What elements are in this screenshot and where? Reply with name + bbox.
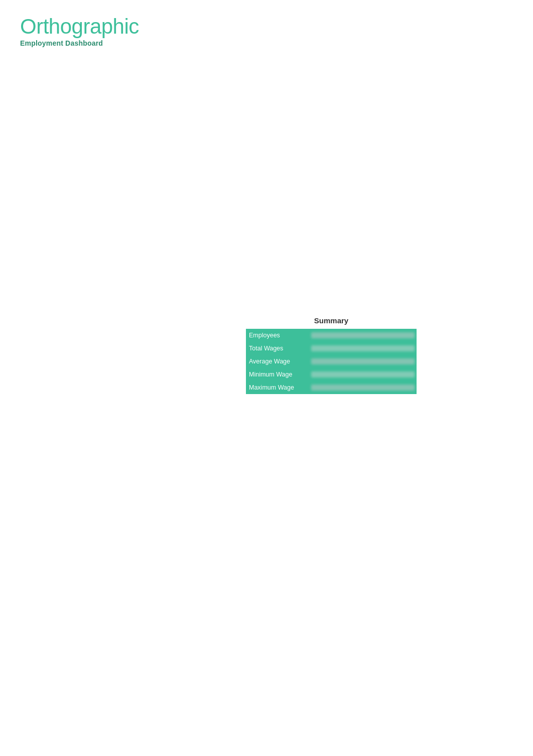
header: Orthographic Employment Dashboard: [20, 15, 139, 47]
summary-label-maximum-wage: Maximum Wage: [246, 384, 311, 391]
app-subtitle: Employment Dashboard: [20, 39, 139, 47]
summary-row-minimum-wage: Minimum Wage: [246, 368, 417, 381]
summary-table: Employees Total Wages Average Wage Minim…: [246, 329, 417, 394]
average-wage-value-blur: [311, 358, 415, 364]
summary-row-total-wages: Total Wages: [246, 342, 417, 355]
summary-value-employees: [311, 332, 417, 338]
summary-label-employees: Employees: [246, 332, 311, 339]
summary-value-minimum-wage: [311, 371, 417, 377]
summary-value-average-wage: [311, 358, 417, 364]
summary-row-average-wage: Average Wage: [246, 355, 417, 368]
summary-widget: Summary Employees Total Wages Average Wa…: [246, 316, 417, 394]
summary-label-total-wages: Total Wages: [246, 345, 311, 352]
total-wages-value-blur: [311, 345, 415, 351]
employees-value-blur: [311, 332, 415, 338]
app-title: Orthographic: [20, 15, 139, 38]
summary-row-employees: Employees: [246, 329, 417, 342]
summary-title: Summary: [246, 316, 417, 325]
minimum-wage-value-blur: [311, 371, 415, 377]
summary-row-maximum-wage: Maximum Wage: [246, 381, 417, 394]
summary-value-maximum-wage: [311, 385, 417, 391]
maximum-wage-value-blur: [311, 385, 415, 391]
summary-label-minimum-wage: Minimum Wage: [246, 371, 311, 378]
summary-label-average-wage: Average Wage: [246, 358, 311, 365]
summary-value-total-wages: [311, 345, 417, 351]
